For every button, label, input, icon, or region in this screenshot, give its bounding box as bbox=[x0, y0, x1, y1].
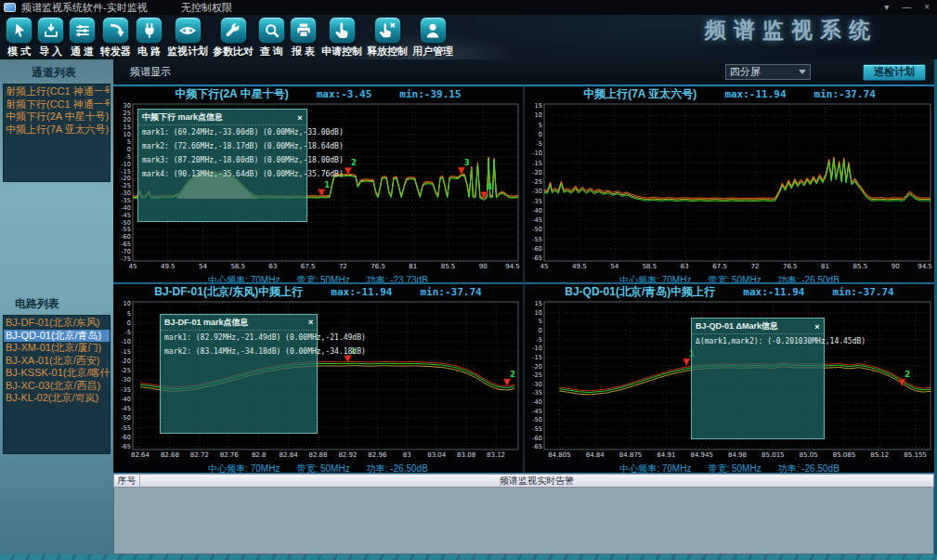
chart-status-item: 中心频率: 70MHz bbox=[208, 462, 280, 473]
charts-grid: 中频下行(2A 中星十号)max:-3.45min:-39.1530252015… bbox=[113, 86, 934, 473]
toolbar-button-8[interactable]: 查 询 bbox=[258, 17, 285, 59]
svg-text:-35: -35 bbox=[532, 198, 542, 205]
svg-text:76.5: 76.5 bbox=[783, 263, 798, 270]
svg-text:-20: -20 bbox=[532, 169, 542, 176]
svg-text:-20: -20 bbox=[121, 358, 131, 365]
chart-status-item: 带宽: 50MHz bbox=[708, 462, 761, 473]
spectrum-plot[interactable]: 151050-5-10-15-20-25-30-35-40-45-50-55-6… bbox=[525, 101, 934, 270]
toolbar-button-4[interactable]: 转发器 bbox=[100, 17, 131, 59]
svg-text:-60: -60 bbox=[532, 245, 542, 253]
svg-text:15: 15 bbox=[124, 124, 131, 131]
circuit-item-6[interactable]: BJ-XC-03(北京/西昌) bbox=[4, 380, 110, 393]
svg-text:-15: -15 bbox=[121, 168, 131, 176]
svg-text:-50: -50 bbox=[532, 416, 542, 423]
minimize-button[interactable]: — bbox=[902, 3, 911, 12]
svg-text:63: 63 bbox=[268, 263, 277, 270]
chart-title: BJ-DF-01(北京/东风)中频上行 bbox=[154, 284, 303, 300]
circuit-item-2[interactable]: BJ-QD-01(北京/青岛) bbox=[4, 330, 110, 343]
circuit-item-5[interactable]: BJ-KSSK-01(北京/喀什深空站) bbox=[4, 367, 110, 380]
channel-item-2[interactable]: 射频下行(CC1 神通一号02星) bbox=[4, 98, 110, 111]
toolbar-button-label: 转发器 bbox=[100, 45, 131, 59]
circuit-item-4[interactable]: BJ-XA-01(北京/西安) bbox=[4, 355, 110, 368]
circuit-list: BJ-DF-01(北京/东风)BJ-QD-01(北京/青岛)BJ-XM-01(北… bbox=[3, 315, 111, 454]
channel-item-1[interactable]: 射频上行(CC1 神通一号02星) bbox=[4, 85, 110, 98]
close-button[interactable]: × bbox=[924, 3, 930, 12]
svg-text:-65: -65 bbox=[532, 443, 542, 450]
svg-text:84.805: 84.805 bbox=[548, 451, 571, 459]
toolbar-button-2[interactable]: 导 入 bbox=[37, 17, 64, 59]
split-screen-select[interactable]: 四分屏 bbox=[725, 64, 811, 80]
svg-text:5: 5 bbox=[127, 310, 131, 318]
toolbar-button-1[interactable]: 模 式 bbox=[6, 17, 33, 59]
search-icon bbox=[258, 17, 285, 44]
eye-icon bbox=[175, 17, 202, 44]
svg-text:83.12: 83.12 bbox=[487, 451, 505, 459]
permission-label: 无控制权限 bbox=[181, 1, 232, 15]
svg-text:-25: -25 bbox=[121, 367, 131, 374]
pin-icon[interactable]: ▾ bbox=[884, 3, 889, 12]
svg-text:-35: -35 bbox=[532, 389, 542, 397]
svg-text:82.68: 82.68 bbox=[161, 451, 179, 459]
svg-text:94.5: 94.5 bbox=[505, 263, 520, 270]
mark-info-overlay[interactable]: 中频下行 mark点信息×mark1: (69.24MHz,-33.00dB) … bbox=[137, 109, 307, 222]
window-title: 频谱监视系统软件-实时监视 bbox=[21, 1, 148, 15]
svg-text:5: 5 bbox=[127, 138, 131, 146]
svg-text:85.085: 85.085 bbox=[833, 451, 856, 459]
alarm-col-index: 序号 bbox=[114, 475, 140, 488]
svg-text:-15: -15 bbox=[121, 348, 131, 356]
close-icon[interactable]: × bbox=[308, 318, 313, 327]
mark-info-overlay[interactable]: BJ-DF-01 mark点信息×mark1: (82.92MHz,-21.49… bbox=[160, 314, 318, 434]
chart-status-item: 功率: -26.50dB bbox=[778, 274, 839, 282]
main-area: 频谱显示 四分屏 巡检计划 中频下行(2A 中星十号)max:-3.45min:… bbox=[113, 59, 934, 554]
toolbar-button-7[interactable]: 参数比对 bbox=[213, 17, 254, 59]
toolbar-button-3[interactable]: 通 道 bbox=[69, 17, 96, 59]
svg-text:49.5: 49.5 bbox=[572, 263, 587, 270]
toolbar-button-11[interactable]: 释放控制 bbox=[367, 17, 408, 59]
svg-text:-50: -50 bbox=[121, 219, 131, 227]
svg-text:10: 10 bbox=[124, 300, 131, 307]
circuit-item-7[interactable]: BJ-KL-02(北京/岢岚) bbox=[4, 392, 110, 405]
svg-text:-5: -5 bbox=[124, 329, 131, 336]
toolbar-button-6[interactable]: 监视计划 bbox=[167, 17, 208, 59]
svg-text:-55: -55 bbox=[121, 226, 131, 233]
svg-text:-45: -45 bbox=[121, 405, 131, 412]
toolbar-button-9[interactable]: 报 表 bbox=[290, 17, 317, 59]
plug-icon bbox=[136, 17, 163, 44]
alarm-panel: 序号 频谱监视实时告警 bbox=[113, 473, 934, 554]
svg-text:-40: -40 bbox=[121, 396, 131, 403]
hand-x-icon bbox=[374, 17, 401, 44]
svg-text:45: 45 bbox=[540, 263, 549, 270]
svg-text:-60: -60 bbox=[532, 435, 542, 442]
overlay-title: BJ-DF-01 mark点信息 bbox=[164, 317, 249, 329]
svg-text:85.12: 85.12 bbox=[870, 451, 889, 459]
mark-info-overlay[interactable]: BJ-QD-01 ΔMark信息×Δ(mark1,mark2): (-0.201… bbox=[691, 318, 825, 438]
circuit-item-1[interactable]: BJ-DF-01(北京/东风) bbox=[4, 317, 110, 330]
chart-status-item: 带宽: 50MHz bbox=[296, 274, 349, 282]
svg-text:10: 10 bbox=[535, 309, 542, 317]
svg-text:-30: -30 bbox=[121, 376, 131, 384]
patrol-plan-button[interactable]: 巡检计划 bbox=[863, 64, 926, 81]
chart-min-label: min:-39.15 bbox=[399, 88, 461, 100]
toolbar-button-5[interactable]: 电 路 bbox=[136, 17, 163, 59]
svg-text:72: 72 bbox=[750, 263, 759, 270]
svg-text:-45: -45 bbox=[121, 212, 131, 219]
svg-text:82.84: 82.84 bbox=[280, 451, 299, 459]
svg-text:45: 45 bbox=[129, 263, 137, 270]
channel-item-3[interactable]: 中频下行(2A 中星十号) bbox=[4, 111, 110, 124]
svg-text:-75: -75 bbox=[121, 255, 131, 263]
channel-item-4[interactable]: 中频上行(7A 亚太六号) bbox=[4, 124, 110, 137]
alarm-body[interactable] bbox=[113, 488, 934, 554]
close-icon[interactable]: × bbox=[297, 113, 302, 123]
footer-strip bbox=[0, 554, 937, 560]
toolbar-button-12[interactable]: 用户管理 bbox=[412, 17, 453, 59]
svg-text:-50: -50 bbox=[121, 414, 131, 422]
cursor-icon bbox=[6, 17, 33, 44]
svg-text:90: 90 bbox=[479, 263, 488, 270]
chart-min-label: min:-37.74 bbox=[421, 286, 482, 298]
sidebar-gap bbox=[0, 182, 113, 291]
app-window: 频谱监视系统软件-实时监视 无控制权限 ▾ — × 模 式导 入通 道转发器电 … bbox=[0, 0, 937, 560]
close-icon[interactable]: × bbox=[814, 322, 819, 332]
toolbar-button-10[interactable]: 申请控制 bbox=[321, 17, 362, 59]
svg-text:-10: -10 bbox=[532, 345, 542, 352]
circuit-item-3[interactable]: BJ-XM-01(北京/厦门) bbox=[4, 342, 110, 355]
